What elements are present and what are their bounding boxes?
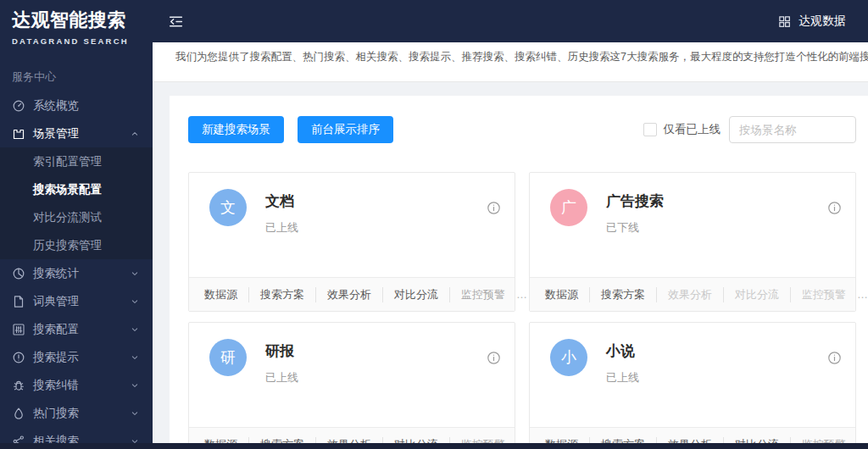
- card-body: 研 研报 已上线: [189, 323, 515, 385]
- fire-icon: [12, 407, 25, 420]
- bottom-strip: [0, 443, 868, 449]
- card-info: 广告搜索 已下线: [606, 189, 664, 236]
- card-link-monitor-alert[interactable]: 监控预警: [790, 287, 857, 302]
- sidebar-item-search-hint[interactable]: 搜索提示: [0, 343, 153, 371]
- chevron-down-icon: [130, 297, 140, 307]
- toolbar-filters: 仅看已上线: [643, 116, 857, 143]
- sidebar-item-label: 索引配置管理: [33, 154, 102, 169]
- card-link-datasource[interactable]: 数据源: [545, 287, 589, 302]
- sidebar-item-label: 搜索纠错: [33, 378, 79, 393]
- display-sort-button[interactable]: 前台展示排序: [298, 116, 393, 143]
- scene-status: 已下线: [606, 220, 664, 236]
- card-footer: 数据源 搜索方案 效果分析 对比分流 监控预警 …: [189, 277, 515, 311]
- scene-card-document[interactable]: 文 文档 已上线 数据源 搜索方案 效果分析 对比分流 监: [188, 172, 515, 312]
- card-more-ellipsis[interactable]: …: [857, 288, 868, 301]
- sidebar-menu: 系统概览 场景管理 索引配置管理 搜索场景配置 对比分流测: [0, 91, 153, 449]
- sidebar: 达观智能搜索 DATAGRAND SEARCH 服务中心 系统概览 场景管理: [0, 0, 153, 449]
- bug-icon: [12, 379, 25, 392]
- scene-avatar: 小: [550, 339, 587, 376]
- card-link-ab-split[interactable]: 对比分流: [382, 287, 449, 302]
- scene-name-search-input[interactable]: [729, 116, 856, 143]
- document-icon: [12, 295, 25, 308]
- card-body: 文 文档 已上线: [189, 173, 515, 236]
- scene-status: 已上线: [606, 370, 639, 385]
- scene-card-grid: 文 文档 已上线 数据源 搜索方案 效果分析 对比分流 监: [188, 172, 868, 449]
- toolbar: 新建搜索场景 前台展示排序 仅看已上线: [188, 116, 868, 143]
- card-link-effect-analysis[interactable]: 效果分析: [315, 287, 382, 302]
- sidebar-item-search-scene-config[interactable]: 搜索场景配置: [0, 175, 153, 203]
- info-icon[interactable]: [487, 351, 501, 365]
- dashboard-icon: [12, 99, 25, 113]
- sidebar-item-label: 对比分流测试: [33, 210, 102, 225]
- info-icon[interactable]: [827, 351, 842, 365]
- chevron-down-icon: [130, 352, 140, 363]
- scene-icon: [12, 127, 25, 141]
- sidebar-item-ab-test[interactable]: 对比分流测试: [0, 203, 153, 231]
- card-info: 小说 已上线: [606, 339, 639, 385]
- sidebar-item-index-config[interactable]: 索引配置管理: [0, 147, 153, 175]
- main-content: 我们为您提供了搜索配置、热门搜索、相关搜索、搜索提示、推荐搜索、搜索纠错、历史搜…: [153, 42, 868, 449]
- sidebar-item-search-config[interactable]: 搜索配置: [0, 315, 153, 343]
- sidebar-item-system-overview[interactable]: 系统概览: [0, 91, 153, 119]
- scene-title: 文档: [265, 191, 298, 211]
- sliders-icon: [12, 323, 25, 336]
- scene-avatar: 研: [209, 339, 247, 376]
- card-link-datasource[interactable]: 数据源: [204, 287, 248, 302]
- card-footer: 数据源 搜索方案 效果分析 对比分流 监控预警 …: [530, 277, 855, 311]
- card-info: 文档 已上线: [265, 189, 298, 236]
- scene-avatar: 文: [209, 189, 247, 226]
- scene-management-submenu: 索引配置管理 搜索场景配置 对比分流测试 历史搜索管理: [0, 147, 153, 259]
- sidebar-item-search-correction[interactable]: 搜索纠错: [0, 371, 153, 399]
- chevron-up-icon: [130, 129, 140, 139]
- alert-icon: [12, 351, 25, 364]
- card-link-effect-analysis[interactable]: 效果分析: [656, 287, 723, 302]
- appstore-grid-icon: [778, 15, 791, 28]
- scene-card-novel[interactable]: 小 小说 已上线 数据源 搜索方案 效果分析 对比分流 监: [529, 322, 856, 449]
- card-link-ab-split[interactable]: 对比分流: [723, 287, 790, 302]
- info-icon[interactable]: [827, 201, 842, 215]
- scene-card-research-report[interactable]: 研 研报 已上线 数据源 搜索方案 效果分析 对比分流 监: [188, 322, 515, 449]
- card-link-search-plan[interactable]: 搜索方案: [248, 287, 315, 302]
- scene-status: 已上线: [265, 220, 298, 236]
- card-link-search-plan[interactable]: 搜索方案: [589, 287, 656, 302]
- scene-card-ad-search[interactable]: 广 广告搜索 已下线 数据源 搜索方案 效果分析 对比分流: [529, 172, 856, 312]
- menu-fold-icon[interactable]: [168, 14, 184, 30]
- card-info: 研报 已上线: [265, 339, 298, 385]
- new-scene-button[interactable]: 新建搜索场景: [188, 116, 284, 143]
- card-link-monitor-alert[interactable]: 监控预警: [449, 287, 516, 302]
- sidebar-item-history-search[interactable]: 历史搜索管理: [0, 231, 153, 259]
- card-body: 小 小说 已上线: [530, 323, 855, 385]
- info-icon[interactable]: [487, 201, 501, 215]
- chevron-down-icon: [130, 408, 140, 419]
- sidebar-item-label: 搜索场景配置: [33, 182, 102, 197]
- sidebar-item-search-stats[interactable]: 搜索统计: [0, 259, 153, 287]
- chevron-down-icon: [130, 324, 140, 335]
- pie-chart-icon: [12, 267, 25, 280]
- chevron-down-icon: [130, 380, 140, 391]
- scene-panel: 新建搜索场景 前台展示排序 仅看已上线 文 文档 已上线: [170, 96, 868, 449]
- chevron-down-icon: [130, 269, 140, 279]
- sidebar-item-label: 搜索统计: [33, 266, 79, 281]
- sidebar-item-label: 搜索提示: [33, 350, 79, 365]
- sidebar-item-hot-search[interactable]: 热门搜索: [0, 399, 153, 427]
- scene-status: 已上线: [265, 370, 298, 385]
- card-more-ellipsis[interactable]: …: [516, 288, 528, 301]
- banner-text: 我们为您提供了搜索配置、热门搜索、相关搜索、搜索提示、推荐搜索、搜索纠错、历史搜…: [175, 51, 868, 63]
- scene-title: 研报: [265, 341, 298, 361]
- sidebar-section-label: 服务中心: [12, 69, 153, 85]
- sidebar-item-label: 历史搜索管理: [33, 238, 102, 253]
- brand-subtitle: DATAGRAND SEARCH: [12, 36, 153, 46]
- top-header: 达观数据: [153, 0, 868, 42]
- sidebar-item-label: 场景管理: [33, 126, 79, 141]
- sidebar-item-label: 搜索配置: [33, 322, 79, 337]
- scene-title: 小说: [606, 341, 639, 361]
- brand-logo: 达观智能搜索 DATAGRAND SEARCH: [0, 0, 153, 46]
- service-intro-banner: 我们为您提供了搜索配置、热门搜索、相关搜索、搜索提示、推荐搜索、搜索纠错、历史搜…: [153, 42, 868, 82]
- online-only-checkbox[interactable]: [643, 123, 657, 136]
- scene-avatar: 广: [550, 189, 587, 226]
- sidebar-item-scene-management[interactable]: 场景管理: [0, 119, 153, 147]
- portal-link[interactable]: 达观数据: [778, 14, 846, 29]
- sidebar-item-dictionary[interactable]: 词典管理: [0, 287, 153, 315]
- portal-label: 达观数据: [798, 14, 846, 29]
- card-body: 广 广告搜索 已下线: [530, 173, 855, 236]
